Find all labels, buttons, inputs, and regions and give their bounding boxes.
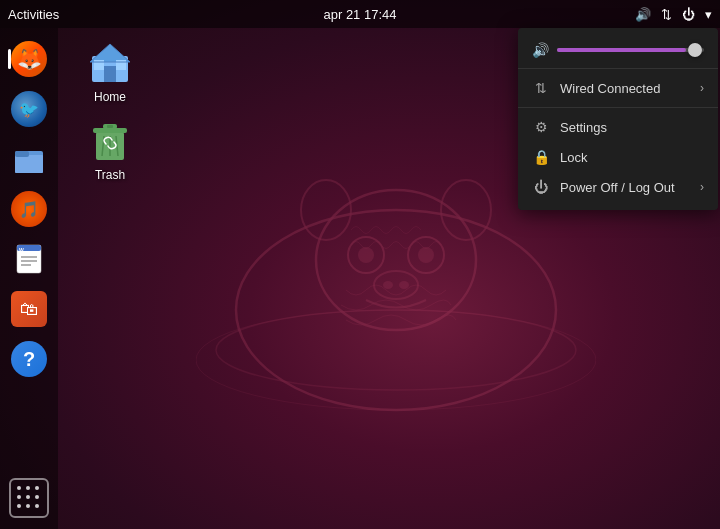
trash-icon-label: Trash (95, 168, 125, 182)
menu-item-wired[interactable]: ⇅ Wired Connected › (518, 73, 718, 103)
wired-arrow-icon: › (700, 81, 704, 95)
trash-icon (86, 116, 134, 164)
svg-text:W: W (19, 247, 24, 253)
dock-item-firefox[interactable]: 🦊 (6, 36, 52, 82)
menu-item-power[interactable]: ⏻ Power Off / Log Out › (518, 172, 718, 202)
desktop-icon-trash[interactable]: Trash (70, 116, 150, 182)
wired-label: Wired Connected (560, 81, 690, 96)
dock-item-thunderbird[interactable]: 🐦 (6, 86, 52, 132)
system-menu-arrow[interactable]: ▾ (705, 7, 712, 22)
svg-point-5 (441, 180, 491, 240)
desktop-icon-home[interactable]: Home (70, 38, 150, 104)
svg-point-8 (358, 247, 374, 263)
dock: 🦊 🐦 🎵 W (0, 28, 58, 529)
topbar-left: Activities (8, 7, 59, 22)
dock-item-libreoffice[interactable]: W (6, 236, 52, 282)
rhythmbox-icon: 🎵 (11, 191, 47, 227)
software-icon: 🛍 (11, 291, 47, 327)
desktop: Activities apr 21 17:44 🔊 ⇅ ⏻ ▾ 🦊 🐦 (0, 0, 720, 529)
volume-icon[interactable]: 🔊 (635, 7, 651, 22)
system-menu: 🔊 ⇅ Wired Connected › ⚙ Settings 🔒 Lock … (518, 28, 718, 210)
activities-button[interactable]: Activities (8, 7, 59, 22)
desktop-icons: Home (70, 38, 150, 182)
network-icon[interactable]: ⇅ (661, 7, 672, 22)
menu-item-settings[interactable]: ⚙ Settings (518, 112, 718, 142)
files-icon (11, 141, 47, 177)
power-menu-icon: ⏻ (532, 179, 550, 195)
volume-row: 🔊 (518, 36, 718, 64)
home-icon-label: Home (94, 90, 126, 104)
dock-item-rhythmbox[interactable]: 🎵 (6, 186, 52, 232)
lock-icon: 🔒 (532, 149, 550, 165)
dock-item-files[interactable] (6, 136, 52, 182)
menu-separator-2 (518, 107, 718, 108)
topbar-right: 🔊 ⇅ ⏻ ▾ (635, 7, 712, 22)
libreoffice-icon: W (11, 241, 47, 277)
volume-slider-thumb[interactable] (688, 43, 702, 57)
volume-slider-fill (557, 48, 686, 52)
svg-rect-14 (15, 155, 43, 173)
svg-point-11 (383, 281, 393, 289)
home-icon (86, 38, 134, 86)
svg-point-12 (399, 281, 409, 289)
topbar-datetime[interactable]: apr 21 17:44 (323, 7, 396, 22)
menu-volume-icon: 🔊 (532, 42, 549, 58)
svg-marker-23 (90, 44, 130, 62)
svg-rect-15 (15, 151, 29, 157)
lock-label: Lock (560, 150, 704, 165)
svg-point-9 (418, 247, 434, 263)
dock-item-help[interactable]: ? (6, 336, 52, 382)
help-icon: ? (11, 341, 47, 377)
power-label: Power Off / Log Out (560, 180, 690, 195)
svg-point-4 (301, 180, 351, 240)
firefox-icon: 🦊 (11, 41, 47, 77)
power-arrow-icon: › (700, 180, 704, 194)
show-apps-button[interactable] (6, 475, 52, 521)
topbar: Activities apr 21 17:44 🔊 ⇅ ⏻ ▾ (0, 0, 720, 28)
dock-item-software[interactable]: 🛍 (6, 286, 52, 332)
thunderbird-icon: 🐦 (11, 91, 47, 127)
menu-item-lock[interactable]: 🔒 Lock (518, 142, 718, 172)
show-apps-icon (9, 478, 49, 518)
settings-icon: ⚙ (532, 119, 550, 135)
volume-slider-track[interactable] (557, 48, 704, 52)
svg-point-1 (216, 310, 576, 390)
menu-separator-1 (518, 68, 718, 69)
power-icon[interactable]: ⏻ (682, 7, 695, 22)
settings-label: Settings (560, 120, 704, 135)
svg-rect-31 (107, 125, 113, 128)
svg-rect-24 (104, 66, 116, 82)
network-menu-icon: ⇅ (532, 80, 550, 96)
